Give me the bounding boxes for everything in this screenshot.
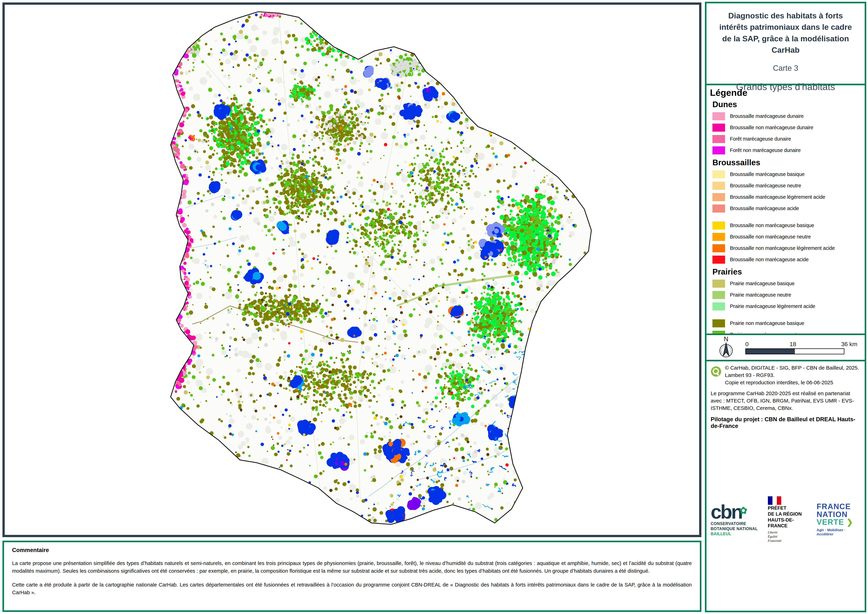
legend-item: Forêt marécageuse dunaire <box>712 133 861 145</box>
legend-item: Broussaille non marécageuse neutre <box>712 231 861 242</box>
legend-item: Broussaille non marécageuse basique <box>712 220 861 231</box>
legend-group-heading: Broussailles <box>712 158 861 167</box>
page-title: Diagnostic des habitats à forts intérêts… <box>717 10 854 56</box>
legend-swatch <box>712 233 725 241</box>
legend-item: Broussaille marécageuse dunaire <box>712 110 861 122</box>
cbn-line-3: BAILLEUL <box>711 532 760 536</box>
leaf-icon: ✿ <box>739 505 746 516</box>
legend-item-label: Broussaille marécageuse légèrement acide <box>730 194 825 200</box>
qgis-logo-icon <box>711 364 721 379</box>
scalebar: 0 18 36 km <box>746 341 857 354</box>
legend-item-label: Broussaille marécageuse dunaire <box>730 113 804 119</box>
scalebar-bar <box>746 348 845 354</box>
legend-swatch <box>712 244 725 252</box>
comment-paragraph-1: La carte propose une présentation simpli… <box>12 560 692 575</box>
map-number: Carte 3 <box>773 64 798 73</box>
map-canvas <box>5 5 699 535</box>
legend-swatch <box>712 291 725 299</box>
legend-item: Broussaille non marécageuse légèrement a… <box>712 242 861 254</box>
credits-box: © CarHab, DIGITALE - SIG, BFP - CBN de B… <box>707 361 865 611</box>
prefet-region-logo: PRÉFET DE LA RÉGION HAUTS-DE-FRANCE Libe… <box>768 496 809 543</box>
legend-item: Prairie non marécageuse neutre <box>712 329 861 335</box>
fnv-line-3: VERTE ❯ <box>817 518 860 526</box>
fnv-tagline: Agir · Mobiliser · Accélérer <box>817 528 860 536</box>
legend-swatch <box>712 135 725 143</box>
legend-item: Broussaille non marécageuse dunaire <box>712 122 861 133</box>
legend-item-label: Prairie non marécageuse neutre <box>730 332 801 335</box>
legend-item-label: Forêt marécageuse dunaire <box>730 136 791 142</box>
attribution-line-1: © CarHab, DIGITALE - SIG, BFP - CBN de B… <box>725 364 860 379</box>
legend-item: Forêt non marécageuse dunaire <box>712 145 861 156</box>
legend-item-label: Prairie marécageuse légèrement acide <box>730 303 815 309</box>
legend-item-label: Broussaille non marécageuse dunaire <box>730 125 813 131</box>
scalebar-tick-18: 18 <box>790 341 796 348</box>
french-flag-icon <box>768 496 781 505</box>
legend-swatch <box>712 193 725 201</box>
legend-swatch <box>712 205 725 213</box>
scalebar-tick-0: 0 <box>746 341 749 348</box>
legend-item-label: Forêt non marécageuse dunaire <box>730 148 801 153</box>
legend-title: Légende <box>710 87 861 98</box>
legend-group-heading: Prairies <box>712 267 861 277</box>
legend-groups: DunesBroussaille marécageuse dunaireBrou… <box>710 98 861 335</box>
legend-item: Broussaille marécageuse neutre <box>712 180 861 191</box>
legend-swatch <box>712 146 725 154</box>
scale-box: N 0 18 36 km <box>707 335 865 361</box>
partnership-text: Le programme CarHab 2020-2025 est réalis… <box>711 390 860 412</box>
sidebar: Diagnostic des habitats à forts intérêts… <box>705 2 866 612</box>
cbn-bailleul-logo: cbn✿ CONSERVATOIRE BOTANIQUE NATIONAL BA… <box>711 503 760 536</box>
legend-item: Prairie marécageuse basique <box>712 278 861 289</box>
legend-swatch <box>712 112 725 120</box>
cbn-line-2: BOTANIQUE NATIONAL <box>711 526 760 532</box>
prefet-line-3: HAUTS-DE-FRANCE <box>768 517 809 529</box>
legend-item-label: Broussaille marécageuse acide <box>730 205 799 211</box>
legend-box: Légende DunesBroussaille marécageuse dun… <box>707 85 865 335</box>
legend-item-label: Broussaille non marécageuse basique <box>730 222 814 228</box>
legend-item-label: Broussaille non marécageuse neutre <box>730 234 811 240</box>
legend-item-label: Broussaille marécageuse basique <box>730 171 804 177</box>
legend-item-label: Broussaille non marécageuse acide <box>730 256 809 263</box>
legend-item: Prairie marécageuse légèrement acide <box>712 301 861 312</box>
cbn-acronym: cbn <box>711 501 742 523</box>
legend-item: Prairie non marécageuse basique <box>712 317 861 329</box>
page: Commentaire La carte propose une présent… <box>0 0 868 614</box>
comment-panel: Commentaire La carte propose une présent… <box>2 541 701 612</box>
legend-swatch <box>712 331 725 335</box>
legend-item: Broussaille marécageuse acide <box>712 203 861 214</box>
title-box: Diagnostic des habitats à forts intérêts… <box>707 3 865 85</box>
scalebar-tick-36: 36 km <box>841 341 857 348</box>
prefet-motto: Liberté Égalité Fraternité <box>768 530 809 543</box>
pilotage-text: Pilotage du projet : CBN de Bailleul et … <box>711 416 860 429</box>
legend-item-label: Prairie marécageuse neutre <box>730 292 791 298</box>
legend-swatch <box>712 170 725 179</box>
map-attribution: © CarHab, DIGITALE - SIG, BFP - CBN de B… <box>725 364 860 386</box>
logos-row: cbn✿ CONSERVATOIRE BOTANIQUE NATIONAL BA… <box>711 431 860 608</box>
chevron-right-icon: ❯ <box>846 518 853 526</box>
legend-item: Broussaille marécageuse légèrement acide <box>712 191 861 203</box>
scalebar-labels: 0 18 36 km <box>746 341 857 348</box>
north-label: N <box>724 336 728 343</box>
legend-swatch <box>712 319 725 327</box>
fnv-line-2: NATION <box>817 510 860 518</box>
legend-item-label: Broussaille non marécageuse légèrement a… <box>730 245 835 251</box>
prefet-line-1: PRÉFET <box>768 505 809 511</box>
legend-item: Broussaille marécageuse basique <box>712 169 861 180</box>
map-panel <box>2 2 701 537</box>
legend-item-label: Broussaille marécageuse neutre <box>730 183 801 188</box>
legend-gap <box>710 312 861 317</box>
legend-item-label: Prairie non marécageuse basique <box>730 320 804 326</box>
fnv-line-1: FRANCE <box>817 503 860 510</box>
attribution-line-2: Copie et reproduction interdites, le 06-… <box>725 379 860 386</box>
legend-swatch <box>712 280 725 288</box>
legend-item-label: Prairie marécageuse basique <box>730 281 795 286</box>
legend-group-heading: Dunes <box>712 99 861 109</box>
legend-swatch <box>712 182 725 190</box>
legend-swatch <box>712 256 725 264</box>
legend-item: Prairie marécageuse neutre <box>712 289 861 301</box>
france-nation-verte-logo: FRANCE NATION VERTE ❯ Agir · Mobiliser ·… <box>817 503 860 536</box>
legend-swatch <box>712 302 725 311</box>
prefet-line-2: DE LA RÉGION <box>768 511 809 517</box>
legend-gap <box>710 214 861 220</box>
legend-swatch <box>712 221 725 230</box>
legend-swatch <box>712 124 725 132</box>
